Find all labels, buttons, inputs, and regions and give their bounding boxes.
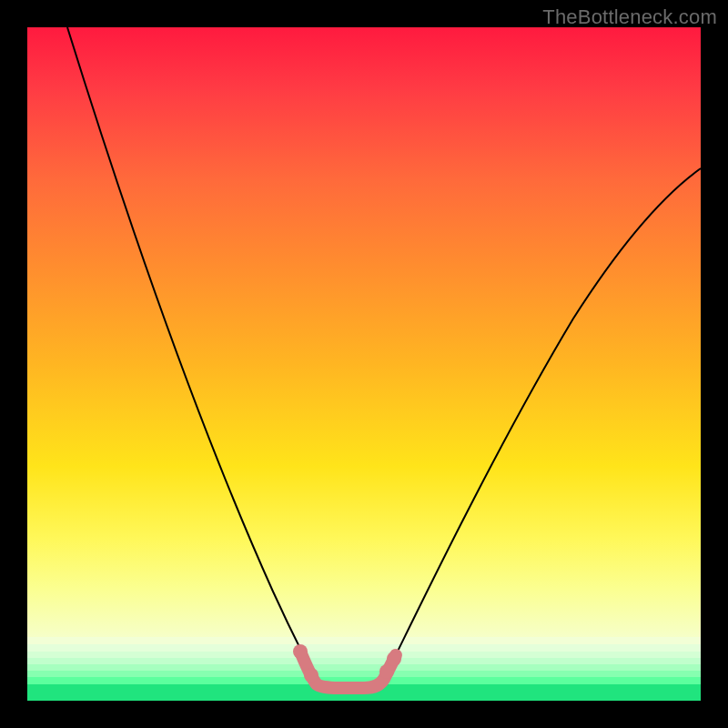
highlight-dot-right-1 <box>379 664 394 679</box>
chart-frame: TheBottleneck.com <box>0 0 728 728</box>
plot-area <box>27 27 701 701</box>
curve-svg <box>27 27 701 701</box>
watermark-text: TheBottleneck.com <box>542 5 717 29</box>
highlight-dot-right-2 <box>387 652 401 666</box>
bottleneck-curve <box>67 27 701 687</box>
highlight-dot-left-2 <box>304 668 318 682</box>
highlight-dot-left-1 <box>293 644 308 659</box>
